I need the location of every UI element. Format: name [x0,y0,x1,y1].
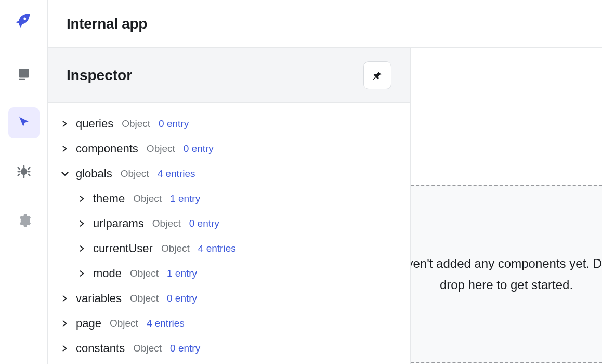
node-count: 0 entry [167,293,197,304]
tree-node-urlparams[interactable]: urlparams Object 0 entry [77,211,398,236]
node-name: components [76,142,138,155]
node-type: Object [110,318,138,329]
content-row: Inspector queries Object 0 entry compone… [48,48,602,364]
main-area: Internal app Inspector queries Object 0 … [48,0,602,364]
node-count: 0 entry [189,218,219,229]
node-name: globals [76,167,112,180]
chevron-right-icon [60,344,70,353]
nav-settings-icon[interactable] [8,205,40,236]
node-count: 1 entry [170,193,200,204]
header-bar: Internal app [48,0,602,48]
nav-debug-icon[interactable] [8,156,40,187]
chevron-right-icon [60,119,70,128]
node-name: queries [76,117,113,131]
node-name: theme [93,192,125,205]
tree-node-page[interactable]: page Object 4 entries [60,311,398,336]
node-name: variables [76,292,122,305]
tree-node-currentuser[interactable]: currentUser Object 4 entries [77,236,398,261]
node-type: Object [161,243,190,254]
chevron-right-icon [77,269,87,278]
tree-node-queries[interactable]: queries Object 0 entry [60,111,398,136]
drop-text-line1: You haven't added any components yet. Dr… [411,253,602,275]
nav-cursor-icon[interactable] [8,107,40,138]
node-count: 4 entries [198,243,236,254]
inspector-panel: Inspector queries Object 0 entry compone… [48,48,411,364]
drop-text-line2: drop here to get started. [440,275,573,296]
inspector-tree: queries Object 0 entry components Object… [48,103,410,361]
chevron-right-icon [77,244,87,253]
tree-node-theme[interactable]: theme Object 1 entry [77,186,398,211]
svg-rect-1 [19,79,25,80]
svg-point-2 [20,168,27,175]
node-type: Object [133,193,162,204]
chevron-right-icon [77,219,87,228]
node-count: 0 entry [170,343,200,354]
inspector-title: Inspector [67,67,132,84]
node-type: Object [130,268,159,279]
pin-icon [372,70,383,81]
node-name: currentUser [93,242,153,255]
node-count: 1 entry [167,268,197,279]
sidebar-nav [0,0,48,364]
chevron-right-icon [60,319,70,328]
node-type: Object [147,143,175,154]
drop-zone[interactable]: You haven't added any components yet. Dr… [411,185,602,363]
node-name: mode [93,267,122,280]
node-name: urlparams [93,217,144,230]
node-name: constants [76,342,125,355]
canvas-area[interactable]: You haven't added any components yet. Dr… [411,48,602,364]
node-type: Object [152,218,181,229]
node-type: Object [133,343,162,354]
inspector-header: Inspector [48,48,410,103]
tree-node-components[interactable]: components Object 0 entry [60,136,398,161]
node-count: 0 entry [159,118,189,129]
svg-rect-0 [19,69,29,78]
node-name: page [76,317,101,330]
tree-node-mode[interactable]: mode Object 1 entry [77,261,398,286]
tree-node-constants[interactable]: constants Object 0 entry [60,336,398,361]
rocket-logo-icon[interactable] [14,9,34,30]
chevron-right-icon [60,144,70,153]
node-count: 4 entries [147,318,185,329]
globals-children: theme Object 1 entry urlparams Object 0 … [67,186,398,286]
node-type: Object [130,293,159,304]
app-title: Internal app [67,16,147,32]
node-type: Object [122,118,150,129]
node-type: Object [121,168,149,179]
tree-node-variables[interactable]: variables Object 0 entry [60,286,398,311]
chevron-right-icon [60,294,70,303]
tree-node-globals[interactable]: globals Object 4 entries [60,161,398,186]
pin-button[interactable] [363,61,391,89]
chevron-right-icon [77,194,87,203]
nav-pages-icon[interactable] [8,58,40,89]
chevron-down-icon [60,169,70,178]
node-count: 4 entries [158,168,195,179]
node-count: 0 entry [184,143,214,154]
